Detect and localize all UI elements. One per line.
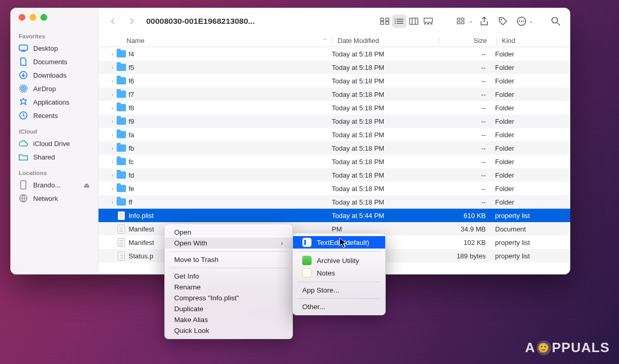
sidebar-item-downloads[interactable]: Downloads bbox=[10, 68, 98, 82]
file-name: Info.plist bbox=[126, 212, 332, 220]
file-size: 102 KB bbox=[438, 239, 495, 246]
disclosure-triangle[interactable]: › bbox=[109, 78, 116, 84]
disclosure-triangle[interactable]: › bbox=[109, 105, 116, 111]
svg-point-30 bbox=[501, 19, 502, 20]
file-name: fa bbox=[126, 131, 332, 139]
file-row[interactable]: ›f9Today at 5:18 PM--Folder bbox=[99, 114, 570, 128]
file-row[interactable]: Info.plistToday at 5:44 PM610 KBproperty… bbox=[99, 209, 570, 222]
group-by-button[interactable]: ⌄ bbox=[454, 14, 473, 28]
gallery-view-button[interactable] bbox=[421, 14, 435, 28]
applications-icon bbox=[19, 97, 28, 107]
watermark: A🙂PPUALS bbox=[525, 340, 610, 356]
submenu-item-notes[interactable]: Notes bbox=[293, 267, 385, 279]
share-button[interactable] bbox=[477, 14, 491, 28]
sidebar-item-documents[interactable]: Documents bbox=[10, 55, 98, 68]
shared-folder-icon bbox=[19, 152, 28, 162]
folder-icon bbox=[117, 158, 126, 165]
sidebar-item-icloud-drive[interactable]: iCloud Drive bbox=[10, 137, 98, 150]
view-mode-segment bbox=[377, 14, 435, 28]
svg-rect-23 bbox=[424, 23, 426, 24]
svg-point-16 bbox=[395, 19, 396, 20]
disclosure-triangle[interactable]: › bbox=[109, 145, 116, 151]
minimize-window-button[interactable] bbox=[30, 14, 36, 21]
network-icon bbox=[19, 194, 28, 203]
column-header-date[interactable]: Date Modified bbox=[332, 37, 439, 45]
menu-item-quicklook[interactable]: Quick Look bbox=[165, 325, 292, 336]
file-size: -- bbox=[438, 131, 495, 139]
file-size: -- bbox=[438, 118, 495, 125]
file-row[interactable]: ›fcToday at 5:18 PM--Folder bbox=[99, 155, 570, 168]
list-view-button[interactable] bbox=[392, 14, 406, 28]
file-row[interactable]: ›f4Today at 5:18 PM--Folder bbox=[99, 47, 570, 61]
disclosure-triangle[interactable]: › bbox=[109, 132, 116, 138]
file-date: Today at 5:44 PM bbox=[332, 212, 438, 220]
submenu-item-textedit[interactable]: TextEdit (default) bbox=[293, 236, 385, 249]
file-row[interactable]: ›faToday at 5:18 PM--Folder bbox=[99, 128, 570, 141]
file-kind: Folder bbox=[495, 185, 570, 193]
file-row[interactable]: ›f7Today at 5:18 PM--Folder bbox=[99, 88, 570, 101]
document-file-icon bbox=[118, 211, 125, 220]
disclosure-triangle[interactable]: › bbox=[109, 172, 116, 178]
column-view-button[interactable] bbox=[406, 14, 421, 28]
svg-rect-27 bbox=[457, 22, 460, 24]
file-row[interactable]: ›f5Today at 5:18 PM--Folder bbox=[99, 61, 570, 74]
disclosure-triangle[interactable]: › bbox=[109, 51, 116, 57]
search-button[interactable] bbox=[548, 14, 563, 28]
menu-item-open[interactable]: Open bbox=[165, 227, 292, 238]
maximize-window-button[interactable] bbox=[40, 14, 47, 21]
action-menu-button[interactable]: ⌄ bbox=[514, 14, 533, 28]
sidebar-item-recents[interactable]: Recents bbox=[10, 109, 98, 122]
file-kind: Folder bbox=[495, 64, 570, 71]
file-name: fd bbox=[126, 171, 332, 179]
menu-item-open-with[interactable]: Open With› bbox=[165, 238, 292, 249]
menu-item-alias[interactable]: Make Alias bbox=[165, 314, 292, 325]
svg-rect-29 bbox=[461, 22, 464, 24]
svg-point-33 bbox=[521, 20, 522, 21]
column-header-size[interactable]: Size bbox=[439, 37, 496, 45]
disclosure-triangle[interactable]: › bbox=[109, 119, 116, 124]
menu-item-compress[interactable]: Compress "Info.plist" bbox=[165, 293, 292, 303]
column-header-name[interactable]: Name⌃ bbox=[109, 37, 332, 45]
sidebar-item-device[interactable]: Brando...⏏ bbox=[10, 178, 98, 192]
archive-utility-app-icon bbox=[302, 256, 312, 265]
disclosure-triangle[interactable]: › bbox=[109, 199, 116, 205]
icon-view-button[interactable] bbox=[377, 14, 392, 28]
document-icon bbox=[19, 57, 28, 66]
sidebar-item-shared[interactable]: Shared bbox=[10, 150, 98, 164]
sidebar-item-network[interactable]: Network bbox=[10, 192, 98, 205]
file-size: 34.9 MB bbox=[438, 225, 495, 233]
file-row[interactable]: ›feToday at 5:18 PM--Folder bbox=[99, 182, 570, 195]
back-button[interactable] bbox=[106, 14, 120, 28]
submenu-item-appstore[interactable]: App Store... bbox=[293, 285, 385, 296]
close-window-button[interactable] bbox=[19, 14, 25, 21]
folder-icon bbox=[117, 185, 126, 192]
disclosure-triangle[interactable]: › bbox=[109, 65, 116, 70]
menu-item-getinfo[interactable]: Get Info bbox=[165, 271, 292, 282]
menu-item-rename[interactable]: Rename bbox=[165, 282, 292, 293]
eject-icon[interactable]: ⏏ bbox=[83, 181, 90, 189]
tags-button[interactable] bbox=[496, 14, 510, 28]
submenu-item-other[interactable]: Other... bbox=[293, 301, 385, 312]
file-kind: property list bbox=[495, 212, 570, 220]
file-row[interactable]: ›fbToday at 5:18 PM--Folder bbox=[99, 141, 570, 155]
column-header-kind[interactable]: Kind bbox=[497, 37, 570, 45]
sidebar-item-desktop[interactable]: Desktop bbox=[10, 41, 98, 55]
disclosure-triangle[interactable]: › bbox=[109, 186, 116, 192]
sidebar-item-applications[interactable]: Applications bbox=[10, 95, 98, 109]
submenu-item-archive[interactable]: Archive Utility bbox=[293, 254, 385, 267]
menu-item-trash[interactable]: Move to Trash bbox=[165, 254, 292, 265]
svg-point-35 bbox=[552, 17, 558, 23]
menu-item-duplicate[interactable]: Duplicate bbox=[165, 303, 292, 314]
sidebar-item-airdrop[interactable]: AirDrop bbox=[10, 82, 98, 95]
svg-rect-9 bbox=[381, 18, 384, 21]
forward-button[interactable] bbox=[124, 14, 139, 28]
svg-rect-28 bbox=[461, 18, 464, 20]
disclosure-triangle[interactable]: › bbox=[109, 92, 116, 97]
disclosure-triangle[interactable]: › bbox=[109, 159, 116, 165]
file-row[interactable]: ›ffToday at 5:18 PM--Folder bbox=[99, 195, 570, 209]
file-row[interactable]: ›f6Today at 5:18 PM--Folder bbox=[99, 74, 570, 88]
file-kind: Folder bbox=[495, 50, 570, 58]
folder-icon bbox=[117, 64, 126, 71]
file-row[interactable]: ›f8Today at 5:18 PM--Folder bbox=[99, 101, 570, 114]
file-row[interactable]: ›fdToday at 5:18 PM--Folder bbox=[99, 168, 570, 182]
